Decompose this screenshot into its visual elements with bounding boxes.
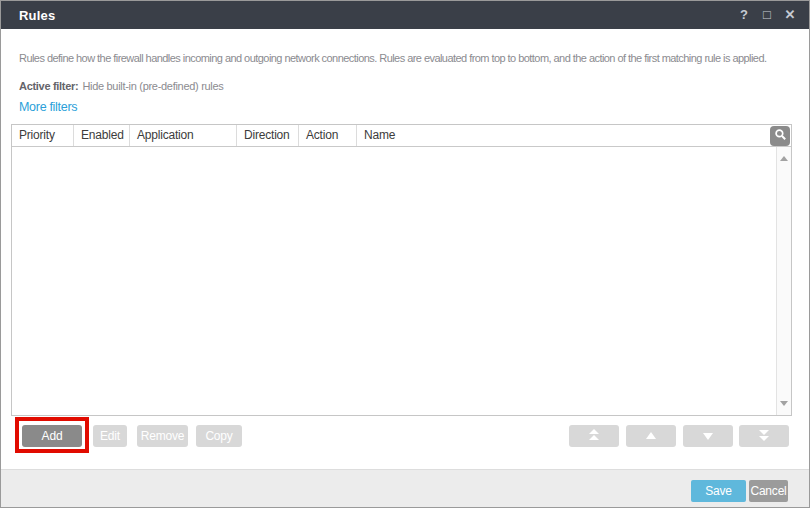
active-filter-value: Hide built-in (pre-defined) rules xyxy=(82,80,223,92)
search-button[interactable] xyxy=(770,126,790,146)
column-header-direction[interactable]: Direction xyxy=(237,125,299,146)
rules-description: Rules define how the firewall handles in… xyxy=(19,52,767,64)
table-body-empty xyxy=(12,147,776,415)
vertical-scrollbar[interactable] xyxy=(776,147,791,415)
column-header-priority[interactable]: Priority xyxy=(12,125,74,146)
rules-table: Priority Enabled Application Direction A… xyxy=(11,124,792,416)
remove-button[interactable]: Remove xyxy=(137,425,188,447)
move-to-top-button[interactable] xyxy=(569,425,619,447)
more-filters-link[interactable]: More filters xyxy=(19,100,77,114)
magnifier-icon xyxy=(774,127,787,145)
column-header-enabled[interactable]: Enabled xyxy=(74,125,130,146)
close-icon[interactable]: ✕ xyxy=(783,1,797,29)
edit-button[interactable]: Edit xyxy=(93,425,127,447)
add-button[interactable]: Add xyxy=(22,425,82,447)
help-icon[interactable]: ? xyxy=(737,1,751,29)
dialog-title: Rules xyxy=(1,8,55,23)
column-header-name[interactable]: Name xyxy=(357,125,791,146)
active-filter-line: Active filter:Hide built-in (pre-defined… xyxy=(19,80,224,92)
titlebar: Rules ? □ ✕ xyxy=(1,1,809,29)
save-button[interactable]: Save xyxy=(691,480,746,502)
cancel-button[interactable]: Cancel xyxy=(749,480,788,502)
move-to-bottom-icon xyxy=(757,429,771,444)
move-down-button[interactable] xyxy=(683,425,733,447)
footer-bar: Save Cancel xyxy=(1,469,809,507)
move-to-top-icon xyxy=(587,429,601,444)
rules-dialog: Rules ? □ ✕ Rules define how the firewal… xyxy=(0,0,810,508)
maximize-icon[interactable]: □ xyxy=(760,1,774,29)
active-filter-label: Active filter: xyxy=(19,80,78,92)
move-up-button[interactable] xyxy=(626,425,676,447)
window-controls: ? □ ✕ xyxy=(737,1,797,29)
column-header-action[interactable]: Action xyxy=(299,125,357,146)
copy-button[interactable]: Copy xyxy=(196,425,242,447)
move-down-icon xyxy=(701,429,715,444)
move-up-icon xyxy=(644,429,658,444)
scroll-down-icon[interactable] xyxy=(780,401,788,406)
move-to-bottom-button[interactable] xyxy=(739,425,789,447)
table-header-row: Priority Enabled Application Direction A… xyxy=(12,125,791,147)
scroll-up-icon[interactable] xyxy=(780,156,788,161)
column-header-application[interactable]: Application xyxy=(130,125,237,146)
